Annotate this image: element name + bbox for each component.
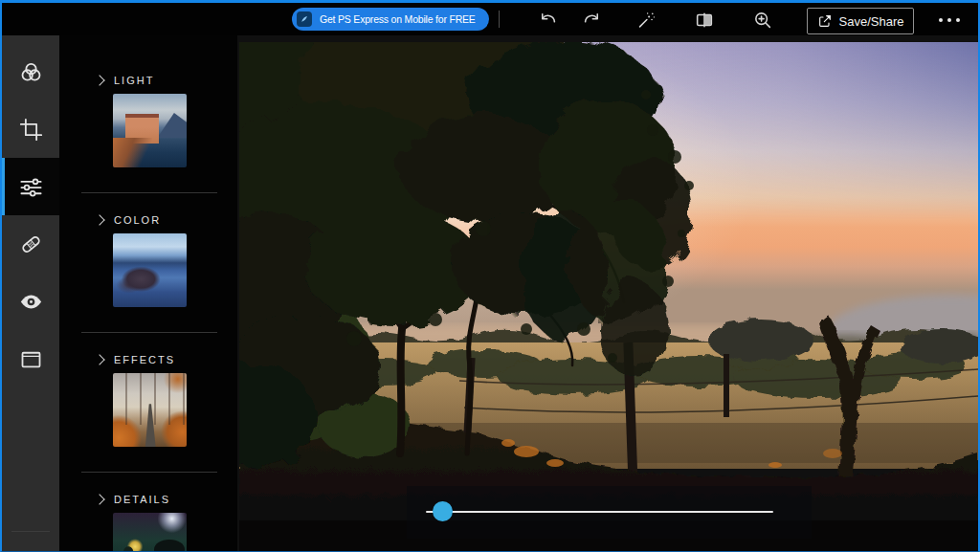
section-header-light[interactable]: LIGHT <box>96 74 237 87</box>
sidebar-item-red-eye[interactable] <box>2 273 59 330</box>
light-preview-thumbnail[interactable] <box>113 94 187 167</box>
section-divider <box>81 472 217 473</box>
sidebar-item-looks[interactable] <box>2 43 59 100</box>
redo-button[interactable] <box>578 7 605 33</box>
magic-wand-icon <box>635 10 657 31</box>
section-label: LIGHT <box>114 75 154 86</box>
before-after-compare-icon <box>694 10 715 31</box>
section-divider <box>81 332 217 333</box>
sidebar-item-crop[interactable] <box>2 100 59 158</box>
adjustments-panel: LIGHT COLOR EFFECTS DETAILS <box>59 35 237 551</box>
section-header-effects[interactable]: EFFECTS <box>96 353 237 366</box>
promo-banner-button[interactable]: Get PS Express on Mobile for FREE <box>292 8 489 31</box>
ps-express-app-icon <box>297 11 312 27</box>
ps-express-window: Get PS Express on Mobile for FREE <box>0 0 980 552</box>
zoom-slider-handle[interactable] <box>433 501 453 521</box>
compare-before-after-button[interactable] <box>691 7 718 33</box>
promo-banner-label: Get PS Express on Mobile for FREE <box>320 13 476 25</box>
top-toolbar: Get PS Express on Mobile for FREE <box>2 3 978 35</box>
undo-icon <box>538 10 559 31</box>
healing-bandaid-icon <box>18 232 44 257</box>
sidebar-item-healing[interactable] <box>2 215 59 273</box>
more-options-icon <box>939 18 943 22</box>
sunset-countryside-photo[interactable] <box>239 42 978 551</box>
chevron-right-icon <box>94 214 104 225</box>
color-preview-thumbnail[interactable] <box>113 233 187 307</box>
section-label: COLOR <box>114 214 161 226</box>
save-share-button[interactable]: Save/Share <box>807 8 914 34</box>
chevron-right-icon <box>94 354 104 364</box>
sidebar-item-adjustments[interactable] <box>2 158 59 215</box>
section-divider <box>81 192 217 193</box>
borders-frame-icon <box>18 346 44 372</box>
editing-canvas <box>237 35 978 551</box>
details-preview-thumbnail[interactable] <box>113 513 187 551</box>
zoom-in-icon <box>752 10 773 31</box>
looks-filters-icon <box>18 59 44 85</box>
undo-button[interactable] <box>535 7 562 33</box>
section-label: EFFECTS <box>114 354 175 365</box>
toolbar-divider <box>499 11 500 28</box>
section-label: DETAILS <box>114 494 170 505</box>
redo-icon <box>581 10 602 31</box>
section-header-details[interactable]: DETAILS <box>96 493 237 506</box>
zoom-slider-track[interactable] <box>426 511 773 513</box>
more-options-button[interactable] <box>932 7 967 33</box>
auto-enhance-button[interactable] <box>633 7 659 33</box>
zoom-slider <box>407 486 812 539</box>
share-icon <box>817 13 833 29</box>
tools-rail <box>2 35 59 551</box>
chevron-right-icon <box>94 494 104 504</box>
save-share-label: Save/Share <box>839 14 904 29</box>
red-eye-icon <box>18 289 44 315</box>
effects-preview-thumbnail[interactable] <box>113 373 187 447</box>
section-header-color[interactable]: COLOR <box>96 213 237 227</box>
adjustments-sliders-icon <box>18 174 44 200</box>
crop-icon <box>18 117 44 143</box>
chevron-right-icon <box>94 75 104 85</box>
zoom-button[interactable] <box>749 7 776 33</box>
sidebar-item-borders[interactable] <box>2 330 59 387</box>
rail-divider <box>11 531 50 532</box>
